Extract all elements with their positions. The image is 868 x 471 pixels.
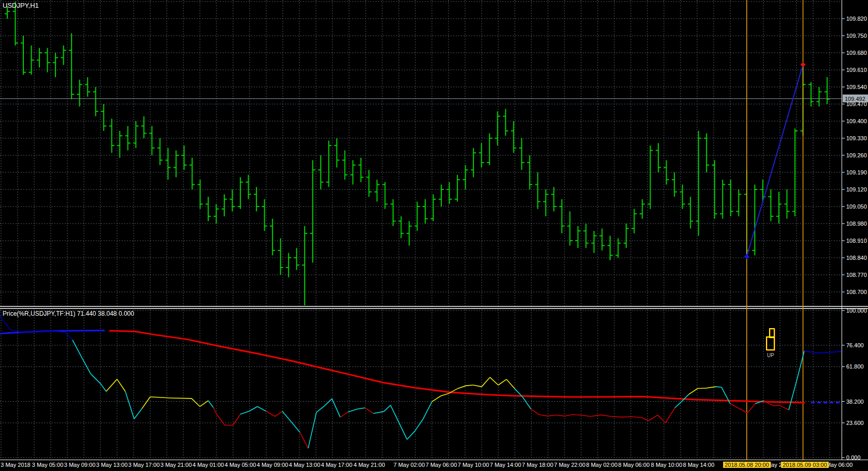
time-axis-label: 8 May 02:00 bbox=[586, 462, 618, 468]
time-axis-label: 4 May 05:00 bbox=[225, 462, 256, 468]
time-axis-label: 7 May 18:00 bbox=[522, 462, 554, 468]
time-axis-label: 3 May 17:00 bbox=[128, 462, 160, 468]
time-axis-label: 4 May 17:00 bbox=[321, 462, 353, 468]
time-axis-label: 4 May 01:00 bbox=[193, 462, 224, 468]
time-axis-label: 8 May 10:00 bbox=[651, 462, 683, 468]
time-axis-label: 3 May 05:00 bbox=[32, 462, 64, 468]
time-axis-label: 7 May 22:00 bbox=[554, 462, 586, 468]
price-axis[interactable] bbox=[842, 0, 868, 460]
vline-time-label[interactable]: 2018.05.09 03:00 bbox=[781, 462, 829, 468]
time-axis-label: 8 May 14:00 bbox=[683, 462, 715, 468]
time-axis-label: 7 May 02:00 bbox=[394, 462, 425, 468]
time-axis-label: 7 May 10:00 bbox=[458, 462, 489, 468]
vline-time-label[interactable]: 2018.05.08 20:00 bbox=[723, 462, 771, 468]
time-axis-label: 4 May 13:00 bbox=[289, 462, 321, 468]
time-axis-label: 3 May 13:00 bbox=[96, 462, 128, 468]
time-axis-label: 8 May 06:00 bbox=[618, 462, 650, 468]
time-axis-label: 3 May 09:00 bbox=[64, 462, 96, 468]
time-axis-label: 3 May 2018 bbox=[1, 462, 30, 468]
time-axis[interactable]: 3 May 20183 May 05:003 May 09:003 May 13… bbox=[0, 461, 868, 471]
time-axis-label: 3 May 21:00 bbox=[161, 462, 192, 468]
time-axis-label: 7 May 14:00 bbox=[490, 462, 522, 468]
time-axis-label: 4 May 09:00 bbox=[257, 462, 288, 468]
chart-canvas[interactable]: UP109.820109.750109.680109.610109.540109… bbox=[0, 0, 868, 471]
time-axis-label: 7 May 06:00 bbox=[426, 462, 457, 468]
up-signal-text: UP bbox=[767, 352, 774, 358]
trading-chart-window: UP109.820109.750109.680109.610109.540109… bbox=[0, 0, 868, 471]
time-axis-label: 4 May 21:00 bbox=[354, 462, 385, 468]
